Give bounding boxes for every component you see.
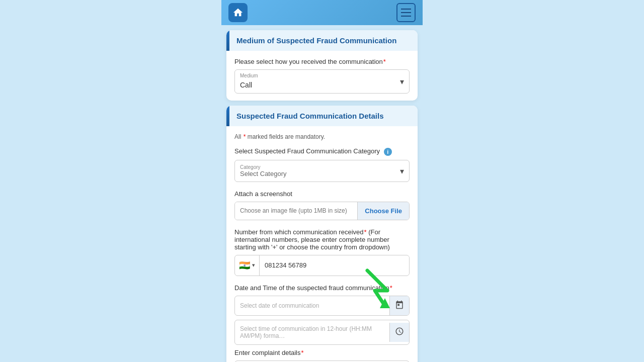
mandatory-note: All * marked fields are mandatory. (234, 133, 410, 140)
file-text-field[interactable] (235, 202, 357, 220)
medium-section-title: Medium of Suspected Fraud Communication (236, 36, 411, 45)
category-select-inner: Category Select Category (235, 160, 409, 182)
medium-dropdown-sublabel: Medium (240, 73, 258, 78)
medium-dropdown-value: Call (235, 70, 409, 93)
info-icon: i (384, 148, 392, 156)
phone-input-row: 🇮🇳 ▾ (234, 255, 410, 276)
hamburger-line-3 (401, 16, 411, 17)
medium-card-header: Medium of Suspected Fraud Communication (226, 30, 418, 51)
file-upload-row: Choose File (234, 202, 410, 220)
complaint-textarea[interactable] (234, 360, 410, 362)
attach-screenshot-label: Attach a screenshot (234, 190, 410, 198)
flag-dropdown-arrow: ▾ (252, 262, 255, 268)
choose-file-button[interactable]: Choose File (357, 202, 409, 220)
medium-dropdown-wrapper[interactable]: Medium Call ▾ (234, 69, 410, 94)
details-card-title-area: Suspected Fraud Communication Details (229, 106, 418, 126)
details-card: Suspected Fraud Communication Details Al… (226, 106, 418, 362)
date-input-row: Select date of communication (234, 296, 410, 316)
details-card-body: All * marked fields are mandatory. Selec… (226, 126, 418, 362)
details-card-header: Suspected Fraud Communication Details (226, 106, 418, 126)
calendar-icon-button[interactable] (389, 296, 409, 315)
medium-card: Medium of Suspected Fraud Communication … (226, 30, 418, 101)
date-time-label: Date and Time of the suspected fraud com… (234, 284, 410, 292)
category-dropdown-sublabel: Category (240, 164, 391, 170)
app-header (221, 0, 423, 25)
clock-icon-button[interactable] (389, 323, 409, 342)
medium-card-body: Please select how you received the commu… (226, 51, 418, 101)
phone-label: Number from which communication received… (234, 228, 410, 251)
hamburger-line-1 (401, 9, 411, 10)
india-flag-icon: 🇮🇳 (239, 260, 250, 271)
time-placeholder-text: Select time of communication in 12-hour … (235, 320, 389, 344)
category-label: Select Suspected Fraud Communication Cat… (234, 147, 410, 156)
complaint-label: Enter complaint details* (234, 349, 410, 356)
home-button[interactable] (228, 3, 248, 22)
country-flag-selector[interactable]: 🇮🇳 ▾ (235, 255, 260, 276)
date-placeholder-text: Select date of communication (235, 297, 389, 314)
phone-number-input[interactable] (260, 256, 409, 274)
category-dropdown-wrapper[interactable]: Category Select Category ▾ (234, 160, 410, 182)
time-input-row: Select time of communication in 12-hour … (234, 320, 410, 345)
category-dropdown-value: Select Category (240, 170, 391, 177)
medium-card-title-area: Medium of Suspected Fraud Communication (229, 30, 418, 51)
medium-select-label: Please select how you received the commu… (234, 58, 410, 65)
details-section-title: Suspected Fraud Communication Details (236, 112, 411, 120)
hamburger-menu-button[interactable] (396, 3, 416, 22)
required-star-1: * (383, 58, 386, 65)
hamburger-line-2 (401, 12, 411, 13)
